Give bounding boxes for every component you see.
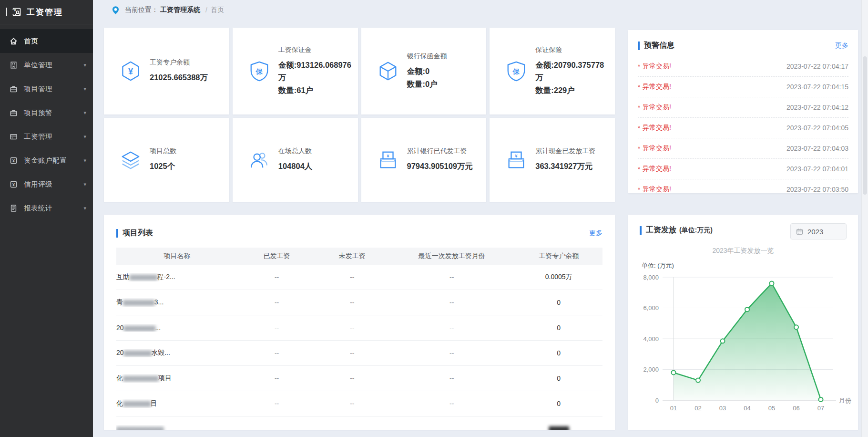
sidebar-item-label: 首页: [24, 37, 38, 46]
unpaid-salary-cell: --: [316, 375, 388, 382]
sidebar-item-project-alert[interactable]: 项目预警▾: [0, 101, 93, 125]
stat-label: 保证保险: [535, 46, 609, 54]
calendar-icon: [796, 228, 803, 235]
year-picker[interactable]: 2023: [790, 223, 847, 239]
stat-card: 保工资保证金金额:913126.068976万数量:61户: [233, 28, 358, 114]
salary-panel-title: 工资发放: [646, 225, 676, 235]
sidebar-item-label: 工资管理: [24, 132, 52, 141]
alert-timestamp: 2023-07-22 07:03:50: [786, 186, 848, 193]
panel-accent-bar: [640, 226, 642, 235]
table-row: ▇▇▇▇▇▇▇▇▇▇▇▇▇▇▇▇▇: [116, 416, 602, 430]
sidebar-item-label: 信用评级: [24, 180, 52, 189]
table-column-header: 项目名称: [116, 252, 238, 260]
table-row: 化▇▇▇▇▇▇▇目------0: [116, 391, 602, 416]
chevron-down-icon: ▾: [83, 157, 86, 164]
app-title: 工资管理: [27, 7, 63, 18]
card-icon: [10, 132, 18, 141]
project-name-link[interactable]: 青▇▇▇▇▇▇▇▇3...: [116, 298, 238, 307]
alert-message: *异常交易!: [638, 144, 671, 153]
stat-value: 数量:229户: [535, 84, 609, 96]
shield-bao-icon: 保: [505, 60, 527, 82]
project-name-link[interactable]: ▇▇▇▇▇▇▇▇▇▇▇▇: [116, 425, 238, 430]
chevron-down-icon: ▾: [83, 181, 86, 187]
stat-card: ¥工资专户余额21025.665388万: [104, 28, 229, 114]
yen-square-icon: ¥: [10, 156, 18, 165]
stat-label: 项目总数: [150, 147, 176, 156]
svg-text:01: 01: [670, 405, 677, 412]
svg-text:4,000: 4,000: [643, 335, 659, 343]
stat-card: 项目总数1025个: [104, 118, 229, 202]
table-row: 互助▇▇▇▇▇▇▇程-2...------0.0005万: [116, 265, 602, 290]
panel-accent-bar: [638, 42, 640, 50]
paid-salary-cell: --: [238, 375, 316, 382]
stat-value: 数量:61户: [278, 84, 352, 96]
chevron-down-icon: ▾: [83, 86, 86, 92]
projects-panel: 项目列表 更多 项目名称已发工资未发工资最近一次发放工资月份工资专户余额 互助▇…: [104, 215, 615, 430]
svg-text:07: 07: [817, 405, 824, 412]
table-row: 20▇▇▇▇▇▇▇▇...------0: [116, 315, 602, 341]
alert-timestamp: 2023-07-22 07:04:05: [786, 124, 848, 132]
sidebar-item-unit-mgmt[interactable]: 单位管理▾: [0, 53, 93, 77]
stat-value: 1025个: [150, 160, 176, 172]
home-icon: [10, 37, 18, 45]
breadcrumb-root-link[interactable]: 工资管理系统: [160, 6, 200, 14]
project-name-link[interactable]: 化▇▇▇▇▇▇▇▇▇项目: [116, 374, 238, 383]
table-row: 化▇▇▇▇▇▇▇▇▇项目------0: [116, 366, 602, 391]
account-balance-cell: 0: [515, 375, 602, 382]
sidebar-item-salary-mgmt[interactable]: 工资管理▾: [0, 125, 93, 148]
stats-row-2: 项目总数1025个在场总人数104804人¥累计银行已代发工资97943.905…: [104, 118, 615, 202]
stat-value: 数量:0户: [407, 78, 447, 90]
svg-text:保: 保: [512, 68, 520, 75]
project-name-link[interactable]: 互助▇▇▇▇▇▇▇程-2...: [116, 273, 238, 281]
redacted-text: ▇▇▇▇▇▇▇: [123, 400, 151, 407]
stat-value: 104804人: [278, 160, 313, 172]
location-pin-icon: [111, 6, 120, 15]
stats-row-1: ¥工资专户余额21025.665388万保工资保证金金额:913126.0689…: [104, 28, 615, 114]
sidebar-item-project-mgmt[interactable]: 项目管理▾: [0, 77, 93, 101]
alert-timestamp: 2023-07-22 07:04:17: [786, 62, 848, 70]
project-name-link[interactable]: 化▇▇▇▇▇▇▇目: [116, 399, 238, 408]
cash-icon: ¥: [505, 149, 527, 171]
alert-bullet-icon: *: [638, 166, 640, 173]
alert-list-item: *异常交易!2023-07-22 07:04:05: [638, 118, 848, 138]
paid-salary-cell: --: [238, 324, 316, 332]
alert-list-item: *异常交易!2023-07-22 07:04:03: [638, 138, 848, 159]
cash-icon: ¥: [377, 149, 399, 171]
last-pay-month-cell: --: [388, 273, 515, 281]
chevron-down-icon: ▾: [83, 205, 86, 211]
table-column-header: 已发工资: [238, 252, 316, 260]
last-pay-month-cell: --: [388, 400, 515, 407]
stat-value: 金额:913126.068976万: [278, 59, 352, 84]
chart-y-unit-label: 单位: (万元): [642, 261, 847, 270]
projects-more-link[interactable]: 更多: [589, 229, 602, 238]
svg-text:¥: ¥: [12, 158, 15, 163]
svg-text:06: 06: [793, 405, 799, 412]
stat-label: 工资保证金: [278, 46, 352, 54]
breadcrumb: 当前位置： 工资管理系统 / 首页: [111, 4, 224, 16]
scrollbar-thumb[interactable]: [863, 56, 867, 195]
alerts-more-link[interactable]: 更多: [835, 42, 848, 50]
yen-hexagon-icon: ¥: [120, 60, 142, 82]
project-name-link[interactable]: 20▇▇▇▇▇▇▇▇...: [116, 324, 238, 332]
alert-bullet-icon: *: [638, 125, 640, 132]
alert-bullet-icon: *: [638, 104, 640, 111]
shield-bao-icon: 保: [248, 60, 270, 82]
sidebar: ¥ 工资管理 首页单位管理▾项目管理▾项目预警▾工资管理▾¥资金账户配置▾¥信用…: [0, 0, 93, 437]
sidebar-item-home[interactable]: 首页: [0, 29, 93, 53]
project-name-link[interactable]: 20▇▇▇▇▇▇▇水毁...: [116, 349, 238, 357]
unpaid-salary-cell: --: [316, 400, 388, 407]
alert-bullet-icon: *: [638, 145, 640, 152]
projects-table: 项目名称已发工资未发工资最近一次发放工资月份工资专户余额 互助▇▇▇▇▇▇▇程-…: [116, 248, 602, 430]
sidebar-item-fund-account[interactable]: ¥资金账户配置▾: [0, 148, 93, 172]
sidebar-item-report-stats[interactable]: 报表统计▾: [0, 196, 93, 220]
svg-text:0: 0: [655, 397, 659, 404]
table-row: 青▇▇▇▇▇▇▇▇3...------0: [116, 290, 602, 315]
alert-message: *异常交易!: [638, 124, 671, 132]
sidebar-item-credit-rating[interactable]: ¥信用评级▾: [0, 172, 93, 196]
stat-label: 累计银行已代发工资: [407, 147, 473, 156]
breadcrumb-current[interactable]: 首页: [211, 6, 224, 14]
alert-bullet-icon: *: [638, 63, 640, 70]
briefcase-icon: [10, 108, 18, 117]
alert-message: *异常交易!: [638, 165, 671, 173]
svg-text:8,000: 8,000: [643, 274, 659, 281]
